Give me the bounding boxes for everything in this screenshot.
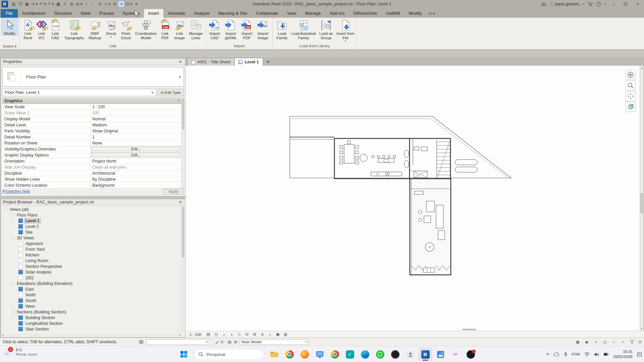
sun-path-icon[interactable]: ☼ — [221, 332, 226, 337]
instance-combo[interactable]: Floor Plan: Level 1 ▾ — [2, 89, 156, 96]
edit-button[interactable]: Edit... — [91, 146, 180, 151]
decal-button[interactable]: Decal▾ — [104, 18, 118, 39]
worksets-dialog-icon[interactable]: ▤ — [226, 339, 232, 345]
tree-expand-icon[interactable]: − — [11, 282, 14, 285]
worksharing-display-icon[interactable]: ▦ — [575, 339, 581, 345]
tree-item-floor-plans[interactable]: −Floor Plans — [2, 212, 181, 218]
print-icon[interactable]: ▦ — [55, 1, 61, 7]
ribbon-tab-massing-site[interactable]: Massing & Site — [214, 9, 252, 18]
property-value[interactable]: 100 — [90, 110, 181, 116]
tree-expand-icon[interactable]: − — [4, 208, 7, 211]
canvas-horizontal-scrollbar[interactable] — [185, 328, 640, 331]
link-pdf-button[interactable]: PDFLink PDF — [158, 18, 172, 40]
tree-item-longitudinal-section[interactable]: Longitudinal Section — [2, 320, 181, 326]
property-value[interactable]: 1 — [90, 134, 181, 140]
editable-only-icon[interactable] — [214, 339, 220, 345]
tree-item-east[interactable]: East — [2, 286, 181, 292]
ribbon-tab-view[interactable]: View — [283, 9, 301, 18]
section-icon[interactable]: ⊘ — [112, 1, 117, 7]
show-rendering-icon[interactable]: ◇ — [236, 332, 242, 337]
tree-expand-icon[interactable]: − — [11, 310, 14, 313]
drawing-area[interactable] — [185, 66, 640, 331]
tasks-app-icon[interactable]: ✓ — [343, 348, 357, 361]
manage-links-button[interactable]: Manage Links — [187, 18, 205, 40]
reveal-hidden-elements-icon[interactable]: × — [593, 339, 599, 345]
customize-qat-icon[interactable]: ▾ — [133, 1, 139, 7]
property-value[interactable]: Show Original — [90, 128, 181, 134]
modify-button[interactable]: Modify — [1, 18, 18, 36]
ribbon-tab-file[interactable]: File — [1, 9, 18, 18]
property-value[interactable]: Normal — [90, 116, 181, 122]
new-doc-icon[interactable]: ▤ — [11, 1, 16, 7]
tree-item-building-section[interactable]: Building Section — [2, 315, 181, 320]
tree-item-3d-views[interactable]: −3D Views — [2, 235, 181, 241]
ribbon-tab-unibim[interactable]: UniBIM — [381, 9, 405, 18]
text-icon[interactable]: A — [97, 1, 103, 7]
active-workset-combo[interactable]: Main Model▾ — [240, 339, 309, 345]
property-value[interactable]: Background — [90, 182, 181, 188]
canvas-vertical-scrollbar[interactable]: ▴ ▾ — [640, 66, 643, 331]
ribbon-tab-systems[interactable]: Systems — [118, 9, 144, 18]
restore-button[interactable] — [621, 1, 630, 7]
firefox-icon[interactable] — [298, 348, 311, 361]
dwf-markup-button[interactable]: DWF Markup — [86, 18, 104, 40]
file-explorer-icon[interactable] — [268, 348, 281, 361]
help-icon[interactable]: ? — [596, 2, 601, 7]
load-autodesk-family-button[interactable]: Load Autodesk Family — [290, 18, 317, 40]
help-menu-caret[interactable]: ▾ — [604, 3, 606, 5]
view-cube-icon[interactable] — [626, 102, 636, 112]
import-cad-button[interactable]: CADImport CAD — [207, 18, 222, 40]
property-value[interactable]: By Discipline — [90, 176, 181, 182]
start-button[interactable] — [177, 348, 191, 361]
instance-combo-caret[interactable]: ▾ — [151, 90, 153, 95]
obs-icon[interactable] — [464, 348, 477, 361]
minimize-button[interactable]: – — [609, 1, 618, 7]
property-value[interactable]: Edit... — [90, 152, 181, 158]
design-options-box[interactable]: ▾ — [146, 339, 209, 345]
account-app-icon[interactable] — [404, 348, 417, 361]
reveal-hidden-icon[interactable]: 9 — [260, 332, 265, 337]
properties-header[interactable]: Properties ✕ — [1, 59, 185, 65]
link-revit-button[interactable]: RLink Revit — [21, 18, 35, 40]
link-topography-button[interactable]: Link Topography — [62, 18, 86, 40]
open-icon[interactable]: ❒ — [17, 1, 23, 7]
exclude-options-icon[interactable]: ✓ — [620, 339, 626, 345]
reveal-constraints-icon[interactable]: ◉ — [584, 339, 590, 345]
media-app-icon[interactable] — [313, 348, 326, 361]
app-store-cart-icon[interactable] — [588, 2, 593, 6]
edit-type-button[interactable]: ⊞ Edit Type — [158, 89, 184, 96]
ribbon-tab-annotate[interactable]: Annotate — [163, 9, 190, 18]
insert-from-file-button[interactable]: Insert from File▾ — [335, 18, 356, 43]
property-value[interactable]: None — [90, 140, 181, 146]
load-as-group-button[interactable]: Load as Group — [317, 18, 335, 40]
default-3d-view-icon[interactable]: ◇ ▾ — [104, 1, 111, 7]
view-tab-close-icon[interactable]: ✕ — [266, 59, 270, 64]
chrome-icon[interactable] — [283, 348, 296, 361]
properties-scrollbar[interactable] — [181, 98, 184, 189]
project-browser-header[interactable]: Project Browser - RAC_basic_sample_proje… — [1, 199, 185, 205]
ribbon-tab-architecture[interactable]: Architecture — [18, 9, 50, 18]
link-ifc-button[interactable]: Link IFC — [35, 18, 48, 40]
tree-expand-icon[interactable]: − — [11, 236, 14, 239]
tree-item-level-1[interactable]: Level 1 — [2, 218, 181, 224]
weather-widget[interactable]: 3 5°C Preval. nuvol. — [3, 348, 38, 357]
notification-center-icon[interactable] — [637, 352, 642, 357]
ribbon-tab-collaborate[interactable]: Collaborate — [252, 9, 283, 18]
search-binoculars-icon[interactable] — [541, 2, 546, 6]
ribbon-tab-steel[interactable]: Steel — [76, 9, 95, 18]
tree-item-west[interactable]: West — [2, 303, 181, 309]
analytical-model-toggle-icon[interactable]: ☼ — [611, 339, 617, 345]
gray-inactive-icon[interactable]: ⊞ — [232, 339, 238, 345]
close-button[interactable]: × — [633, 1, 642, 7]
type-selector-caret[interactable]: ▾ — [179, 75, 181, 79]
section-collapse-icon[interactable]: ^ — [177, 99, 179, 103]
onedrive-icon[interactable] — [553, 352, 559, 356]
type-selector[interactable]: Floor Plan ▾ — [2, 67, 184, 86]
tray-chevron-icon[interactable]: ^ — [546, 352, 549, 357]
tree-item-level-2[interactable]: Level 2 — [2, 224, 181, 229]
photos-icon[interactable] — [434, 348, 447, 361]
aligned-dimension-icon[interactable]: ∕ — [84, 1, 90, 7]
tree-item--3d-[interactable]: {3D} — [2, 275, 181, 281]
ribbon-tab-modify[interactable]: Modify — [405, 9, 426, 18]
taskbar-search[interactable]: Pesquisar — [194, 349, 264, 360]
